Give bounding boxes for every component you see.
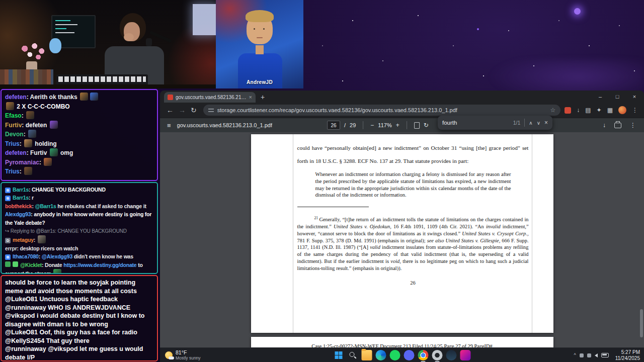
chat-text: @runninaway (5, 345, 46, 352)
pdf-blockquote: Whenever an indictment or information ch… (315, 171, 511, 199)
pdf-viewport[interactable]: could have “personally obtain[ed] a new … (160, 132, 644, 348)
security-shield-icon[interactable] (587, 353, 591, 357)
download-icon[interactable]: ↓ (603, 122, 606, 129)
pdf-kebab-icon[interactable]: ⋮ (630, 122, 636, 129)
chat-text: errpr (5, 245, 17, 251)
chat-text: : defeten (22, 122, 48, 129)
start-button[interactable] (334, 350, 344, 360)
zoom-in-button[interactable]: + (396, 122, 399, 129)
chat-section-emotes: defeten: Aerith ok thanks 2 X C-C-C-COMB… (1, 89, 158, 181)
find-previous-icon[interactable]: ∧ (529, 120, 532, 126)
chat-section-tts: should be force to learn the soyjak poin… (1, 275, 158, 361)
tab-groups-icon[interactable]: ▦ (607, 107, 613, 113)
chat-message: Trius: (5, 167, 153, 176)
clock-time: 5:27 PM (615, 349, 640, 355)
zoom-level: 117% (378, 122, 391, 128)
discord-icon[interactable] (404, 350, 415, 360)
extensions-puzzle-icon[interactable]: ✦ (597, 107, 602, 113)
chat-text: : Aerith ok thanks (27, 94, 79, 101)
profile-avatar[interactable] (618, 106, 626, 114)
settings-gear-icon[interactable] (432, 350, 443, 360)
chat-text: WHO IS ANDREWJDVANCE (46, 304, 130, 311)
chat-message: @runninaway WHO IS ANDREWJDVANCE (5, 304, 153, 312)
chat-text: @vikspod (5, 312, 35, 319)
chat-message: defeten: Furtiv omg (5, 148, 153, 158)
file-explorer-icon[interactable] (362, 350, 372, 360)
url-text[interactable]: storage.courtlistener.com/recap/gov.usco… (217, 107, 547, 113)
chat-message: ↪ Replying to @Barr1s: CHANGE YOU BACKGR… (5, 227, 153, 235)
chat-text: Barr1s (13, 195, 29, 201)
downloads-icon[interactable]: ↓ (577, 107, 580, 113)
find-input[interactable] (442, 120, 509, 126)
search-button[interactable] (348, 350, 358, 360)
guest-mouth (257, 37, 263, 38)
reload-button[interactable]: ↻ (191, 106, 197, 114)
chat-link[interactable]: https://www.destiny.gg/donate (63, 262, 136, 268)
browser-window: gov.uscourts.vaed.582136.213.0_1.pdf × +… (160, 90, 644, 348)
chat-text: omg (59, 149, 73, 156)
battery-icon[interactable] (601, 353, 609, 357)
chat-emote (50, 121, 58, 129)
chat-message: @vikspod i would debate destiny but I kn… (5, 312, 153, 328)
chat-text: ↪ Replying to @Barr1s: CHANGE YOU BACKGR… (5, 228, 127, 234)
window-maximize-button[interactable]: □ (609, 90, 626, 103)
tab-title: gov.uscourts.vaed.582136.213.0_1.pdf (176, 95, 247, 100)
chat-badge: B (5, 254, 11, 260)
chat-text: @Barr1s (35, 203, 56, 209)
find-next-icon[interactable]: ∨ (537, 120, 540, 126)
chat-message: Trius: holding (5, 139, 153, 149)
weather-widget[interactable]: 81°F Mostly sunny (160, 350, 206, 360)
side-panel-icon[interactable]: ▤ (585, 107, 591, 113)
steam-icon[interactable] (446, 350, 457, 360)
pdf-page: could have “personally obtain[ed] a new … (251, 134, 553, 333)
guest-name-label: AndrewJD (216, 79, 303, 85)
nebula-cloud (428, 59, 644, 95)
chat-emote (44, 158, 52, 166)
onedrive-icon[interactable] (580, 353, 584, 357)
extension-pin-icon[interactable] (565, 107, 571, 114)
app-pink-icon[interactable] (460, 350, 471, 360)
sun-icon (165, 351, 173, 359)
edge-icon[interactable] (376, 350, 386, 360)
spotify-icon[interactable] (390, 350, 400, 360)
menu-kebab-icon[interactable]: ⋮ (632, 107, 638, 113)
window-minimize-button[interactable]: – (592, 90, 609, 103)
chat-text: : (20, 140, 23, 147)
rotate-icon[interactable]: ↻ (424, 122, 429, 129)
chat-text: : (34, 237, 37, 243)
address-bar[interactable]: storage.courtlistener.com/recap/gov.usco… (203, 105, 561, 116)
fit-page-icon[interactable] (414, 122, 420, 129)
chat-text: Efaso (5, 112, 22, 119)
site-settings-icon[interactable] (208, 108, 214, 113)
forward-button[interactable]: → (179, 106, 186, 114)
pdf-scrollbar-thumb[interactable] (640, 309, 643, 337)
print-icon[interactable] (614, 123, 621, 128)
pdf-menu-icon[interactable]: ≡ (167, 122, 171, 129)
chat-text: : r (29, 195, 34, 201)
chat-emote (26, 111, 34, 119)
taskbar-clock[interactable]: 5:27 PM 11/24/2025 (615, 349, 640, 361)
toolbar-icons: ↓▤✦▦⋮ (565, 106, 642, 114)
guest-eye (254, 28, 255, 30)
bright-screen (193, 4, 216, 35)
window-close-button[interactable]: × (626, 90, 643, 103)
bookmark-star-icon[interactable]: ☆ (550, 107, 555, 114)
chat-text: should be force to learn the soyjak poin… (5, 279, 137, 295)
page-number-input[interactable] (327, 121, 340, 130)
windows-taskbar: 81°F Mostly sunny ^ 5:27 PM 11/24/2025 (160, 347, 644, 362)
new-tab-button[interactable]: + (261, 93, 265, 101)
find-close-icon[interactable]: × (544, 119, 548, 126)
chat-message: Alexdgg93: anybody in here know where de… (5, 210, 153, 227)
tray-chevron-icon[interactable]: ^ (574, 353, 576, 357)
chat-text: defeten (5, 149, 27, 156)
chrome-icon[interactable] (418, 350, 429, 360)
pdf-page-number: 26 (297, 280, 529, 286)
chat-text: : (39, 159, 43, 166)
tab-close-icon[interactable]: × (249, 95, 252, 100)
chat-emote (28, 130, 36, 138)
volume-icon[interactable] (595, 353, 598, 357)
browser-tab[interactable]: gov.uscourts.vaed.582136.213.0_1.pdf × (164, 92, 256, 103)
zoom-out-button[interactable]: − (370, 122, 374, 129)
chat-message: @LukeO81 Unctuous haptic feedback (5, 295, 153, 304)
back-button[interactable]: ← (167, 106, 174, 114)
